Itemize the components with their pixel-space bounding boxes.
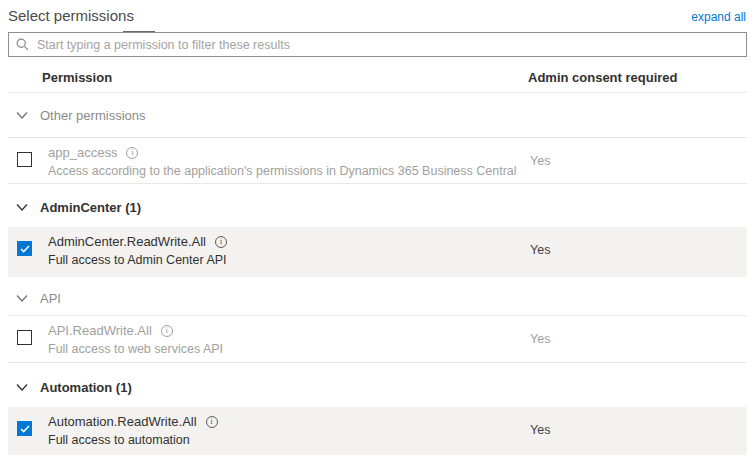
- info-icon[interactable]: [206, 416, 218, 428]
- group-label: Automation (1): [40, 380, 132, 395]
- group-header-admincenter[interactable]: AdminCenter (1): [16, 199, 141, 215]
- chevron-down-icon: [16, 294, 28, 303]
- info-icon[interactable]: [215, 236, 227, 248]
- row-automation-readwrite-all[interactable]: Automation.ReadWrite.All Full access to …: [8, 407, 747, 455]
- permission-checkbox-checked[interactable]: [17, 241, 32, 256]
- select-permissions-panel: Select permissions expand all Permission…: [0, 0, 755, 462]
- group-label: API: [40, 291, 61, 306]
- admin-consent-value: Yes: [530, 243, 550, 257]
- column-header-permission: Permission: [42, 70, 112, 85]
- permission-checkbox[interactable]: [17, 330, 32, 345]
- checkmark-icon: [20, 425, 30, 433]
- row-admincenter-readwrite-all[interactable]: AdminCenter.ReadWrite.All Full access to…: [8, 227, 747, 277]
- permission-name: Automation.ReadWrite.All: [48, 414, 197, 429]
- search-icon: [16, 38, 29, 51]
- admin-consent-value: Yes: [530, 154, 550, 168]
- admin-consent-value: Yes: [530, 332, 550, 346]
- permission-description: Full access to Admin Center API: [48, 253, 227, 267]
- row-app-access[interactable]: app_access Access according to the appli…: [8, 138, 747, 183]
- permission-name: API.ReadWrite.All: [48, 323, 152, 338]
- permission-name: app_access: [48, 145, 117, 160]
- group-label: Other permissions: [40, 108, 145, 123]
- chevron-down-icon: [16, 203, 28, 212]
- group-header-other-permissions[interactable]: Other permissions: [16, 107, 145, 123]
- separator: [8, 183, 747, 184]
- separator: [8, 92, 747, 93]
- permission-description: Access according to the application's pe…: [48, 164, 517, 178]
- permission-description: Full access to automation: [48, 433, 190, 447]
- column-header-admin-consent: Admin consent required: [528, 70, 678, 85]
- separator: [8, 362, 747, 363]
- permission-description: Full access to web services API: [48, 342, 223, 356]
- group-header-api[interactable]: API: [16, 290, 61, 306]
- group-label: AdminCenter (1): [40, 200, 141, 215]
- permission-checkbox[interactable]: [17, 152, 32, 167]
- expand-all-link[interactable]: expand all: [691, 10, 746, 24]
- search-box[interactable]: [8, 32, 747, 57]
- admin-consent-value: Yes: [530, 423, 550, 437]
- info-icon[interactable]: [161, 325, 173, 337]
- search-input[interactable]: [35, 34, 746, 55]
- chevron-down-icon: [16, 111, 28, 120]
- chevron-down-icon: [16, 383, 28, 392]
- permission-name: AdminCenter.ReadWrite.All: [48, 234, 206, 249]
- row-api-readwrite-all[interactable]: API.ReadWrite.All Full access to web ser…: [8, 316, 747, 362]
- checkmark-icon: [20, 245, 30, 253]
- group-header-automation[interactable]: Automation (1): [16, 379, 132, 395]
- info-icon[interactable]: [126, 147, 138, 159]
- permission-checkbox-checked[interactable]: [17, 421, 32, 436]
- page-title: Select permissions: [8, 7, 134, 24]
